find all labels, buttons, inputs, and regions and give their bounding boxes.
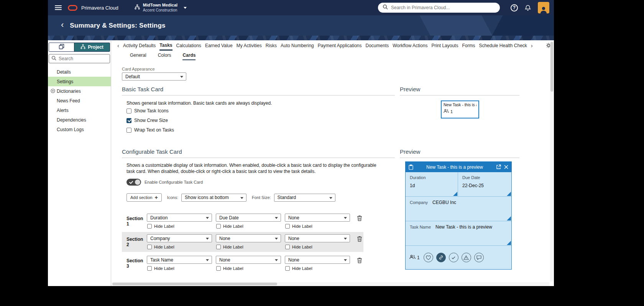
section-1-field-1-select[interactable]: Duration bbox=[147, 214, 212, 222]
vertical-scrollbar[interactable] bbox=[550, 41, 554, 281]
hide-label-option[interactable]: Hide Label bbox=[216, 224, 281, 229]
workspace-scope-tab[interactable] bbox=[49, 43, 74, 51]
scrollbar-thumb[interactable] bbox=[550, 42, 553, 92]
close-icon[interactable] bbox=[504, 165, 508, 169]
hide-label-checkbox[interactable] bbox=[147, 245, 152, 249]
hide-label-option[interactable]: Hide Label bbox=[216, 266, 281, 271]
tab-my-activities[interactable]: My Activities bbox=[237, 41, 262, 50]
hide-label-checkbox[interactable] bbox=[216, 266, 221, 271]
section-1-field-3-select[interactable]: None bbox=[285, 214, 350, 222]
add-section-button[interactable]: Add section + bbox=[127, 193, 162, 202]
hide-label-checkbox[interactable] bbox=[285, 245, 290, 249]
enable-configurable-card-toggle[interactable] bbox=[127, 179, 141, 186]
hide-label-checkbox[interactable] bbox=[285, 266, 290, 271]
show-crew-size-checkbox[interactable] bbox=[127, 118, 131, 123]
show-task-icons-option[interactable]: Show Task Icons bbox=[127, 108, 174, 114]
notifications-bell-icon[interactable] bbox=[525, 5, 531, 11]
user-avatar[interactable] bbox=[538, 2, 549, 13]
page-title: Summary & Settings: Settings bbox=[70, 22, 165, 30]
sidebar-item-dictionaries[interactable]: Dictionaries bbox=[48, 86, 111, 96]
global-search-input[interactable] bbox=[391, 5, 495, 10]
sidebar-search-input[interactable] bbox=[59, 56, 107, 61]
section-2-field-2-select[interactable]: None bbox=[216, 234, 281, 242]
hide-label-option[interactable]: Hide Label bbox=[147, 245, 212, 249]
preview-card-header: New Task - this is a preview bbox=[406, 162, 511, 172]
tab-forms[interactable]: Forms bbox=[462, 41, 475, 50]
back-button[interactable]: ‹ bbox=[61, 21, 64, 29]
sidebar-item-alerts[interactable]: Alerts bbox=[48, 105, 111, 115]
toggle-label: Enable Configurable Task Card bbox=[145, 180, 203, 184]
hide-label-option[interactable]: Hide Label bbox=[147, 224, 212, 229]
global-search[interactable] bbox=[378, 3, 500, 13]
tab-auto-numbering[interactable]: Auto Numbering bbox=[281, 41, 314, 50]
show-task-icons-checkbox[interactable] bbox=[127, 109, 131, 114]
subtab-general[interactable]: General bbox=[130, 53, 146, 60]
hide-label-option[interactable]: Hide Label bbox=[216, 245, 281, 249]
tab-workflow-actions[interactable]: Workflow Actions bbox=[393, 41, 427, 50]
horizontal-scrollbar[interactable] bbox=[112, 282, 549, 286]
font-size-select[interactable]: Standard bbox=[274, 194, 335, 202]
tab-payment-applications[interactable]: Payment Applications bbox=[318, 41, 362, 50]
tab-earned-value[interactable]: Earned Value bbox=[205, 41, 233, 50]
card-appearance-select[interactable]: Default bbox=[122, 72, 186, 81]
hide-label-checkbox[interactable] bbox=[147, 266, 152, 271]
resize-handle[interactable] bbox=[507, 192, 511, 196]
expand-plus-icon[interactable] bbox=[51, 89, 55, 94]
section-1-field-2-select[interactable]: Due Date bbox=[216, 214, 281, 222]
sidebar-item-custom-logs[interactable]: Custom Logs bbox=[48, 125, 111, 134]
hide-label-option[interactable]: Hide Label bbox=[285, 245, 350, 249]
hide-label-option[interactable]: Hide Label bbox=[285, 224, 350, 229]
icons-position-select[interactable]: Show icons at bottom bbox=[181, 194, 246, 202]
section-3-field-2-select[interactable]: None bbox=[216, 256, 281, 264]
hide-label-checkbox[interactable] bbox=[216, 224, 221, 229]
warning-icon[interactable] bbox=[462, 253, 471, 262]
crew-icon bbox=[409, 255, 416, 260]
tab-calculations[interactable]: Calculations bbox=[176, 41, 201, 50]
sidebar-item-news-feed[interactable]: News Feed bbox=[48, 96, 111, 105]
project-scope-tab[interactable]: Project bbox=[74, 43, 110, 51]
hide-label-checkbox[interactable] bbox=[285, 224, 290, 229]
delete-section-2-icon[interactable] bbox=[357, 236, 362, 243]
tab-tasks[interactable]: Tasks bbox=[159, 41, 172, 51]
section-2-field-1-select[interactable]: Company bbox=[147, 234, 212, 242]
hide-label-checkbox[interactable] bbox=[216, 245, 221, 249]
tab-print-layouts[interactable]: Print Layouts bbox=[431, 41, 458, 50]
tab-schedule-health-check[interactable]: Schedule Health Check bbox=[479, 41, 527, 50]
sidebar-search[interactable] bbox=[49, 54, 110, 63]
check-icon[interactable] bbox=[449, 253, 458, 262]
hide-label-checkbox[interactable] bbox=[147, 224, 152, 229]
tabs-scroll-left-icon[interactable]: ‹ bbox=[117, 42, 119, 49]
resize-handle[interactable] bbox=[507, 241, 511, 245]
section-3-field-3-select[interactable]: None bbox=[285, 256, 350, 264]
wrap-text-checkbox[interactable] bbox=[127, 128, 131, 133]
tab-risks[interactable]: Risks bbox=[266, 41, 277, 50]
resize-handle[interactable] bbox=[453, 192, 457, 196]
show-crew-size-option[interactable]: Show Crew Size bbox=[127, 118, 174, 123]
context-switcher[interactable]: MidTown Medical Accent Construction bbox=[135, 3, 187, 12]
sidebar-item-dependencies[interactable]: Dependencies bbox=[48, 115, 111, 125]
scrollbar-thumb[interactable] bbox=[112, 283, 277, 285]
delete-section-3-icon[interactable] bbox=[357, 257, 362, 265]
subtab-colors[interactable]: Colors bbox=[158, 53, 171, 60]
delete-section-1-icon[interactable] bbox=[357, 215, 362, 223]
heart-icon[interactable] bbox=[424, 253, 433, 262]
tab-documents[interactable]: Documents bbox=[366, 41, 389, 50]
hide-label-option[interactable]: Hide Label bbox=[147, 266, 212, 271]
help-icon[interactable]: ? bbox=[511, 4, 518, 12]
basic-task-card-options: Show Task Icons Show Crew Size Wrap Text… bbox=[127, 108, 174, 133]
subtab-cards[interactable]: Cards bbox=[182, 53, 196, 60]
sidebar-item-settings[interactable]: Settings bbox=[48, 77, 111, 86]
wrap-text-option[interactable]: Wrap Text on Tasks bbox=[127, 127, 174, 133]
sidebar-item-details[interactable]: Details bbox=[48, 67, 111, 77]
hamburger-menu-icon[interactable] bbox=[55, 5, 62, 10]
section-2-field-3-select[interactable]: None bbox=[285, 234, 350, 242]
open-in-window-icon[interactable] bbox=[496, 165, 501, 169]
section-divider bbox=[400, 95, 519, 95]
tabs-scroll-right-icon[interactable]: › bbox=[531, 42, 533, 49]
hide-label-option[interactable]: Hide Label bbox=[285, 266, 350, 271]
resize-handle[interactable] bbox=[507, 216, 511, 220]
link-icon[interactable] bbox=[436, 253, 446, 262]
comment-icon[interactable] bbox=[474, 253, 484, 262]
tab-activity-defaults[interactable]: Activity Defaults bbox=[123, 41, 156, 50]
section-3-field-1-select[interactable]: Task Name bbox=[147, 256, 212, 264]
